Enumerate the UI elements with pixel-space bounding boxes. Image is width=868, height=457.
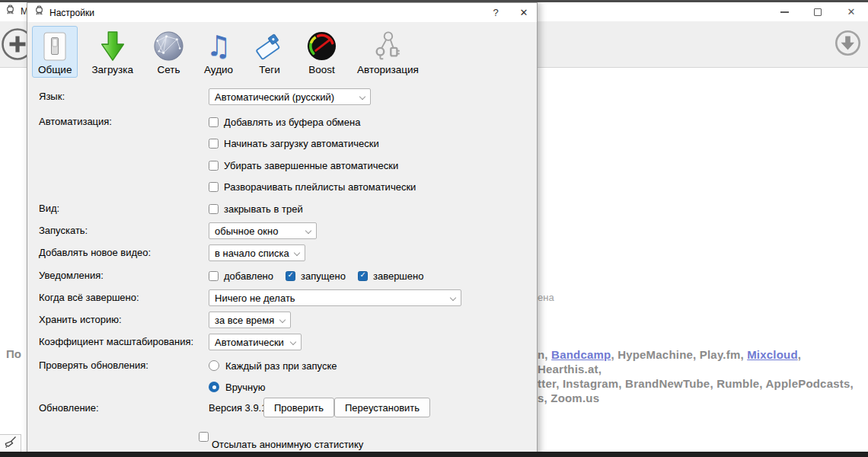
select-value: в начало списка [215,248,289,259]
chevron-down-icon [359,93,365,99]
checkbox-box [209,271,219,281]
radio-manual[interactable]: Вручную [209,378,265,396]
checkbox-remove-completed-auto[interactable]: Убирать завершенные автоматически [209,156,398,174]
history-label: Хранить историю: [39,311,122,329]
tab-network[interactable]: Сеть [147,26,190,78]
checkbox-label: Добавлять из буфера обмена [224,117,360,128]
maximize-icon [814,8,822,16]
checkbox-box [209,139,219,149]
add-new-video-select[interactable]: в начало списка [209,244,305,261]
checkbox-label: добавлено [224,270,273,282]
radio-label: Вручную [225,382,265,393]
form-row-language: Язык: Автоматический (русский) [39,88,528,106]
checkbox-label: завершено [373,270,423,282]
sites-line-2: tter, Instagram, BrandNewTube, Rumble, A… [538,376,865,391]
select-value: обычное окно [215,225,278,237]
speedometer-icon [306,29,337,63]
chevron-down-icon [279,316,286,322]
dialog-close-button[interactable]: ✕ [512,3,535,22]
checkbox-label: Начинать загрузку автоматически [224,138,379,149]
window-top-edge [0,0,868,2]
background-text-fragment: ена [538,292,554,303]
settings-dialog: Настройки ? ✕ Общие [27,2,538,457]
sites-text: s, Zoom.us [538,391,599,404]
sites-text: , HypeMachine, Play.fm, [611,348,747,361]
chevron-down-icon [294,249,300,255]
supported-sites-prefix: По [6,347,21,360]
form-row-automation-3: Убирать завершенные автоматически [39,156,528,174]
check-updates-button[interactable]: Проверить [263,398,334,417]
scaling-select[interactable]: Автоматически [209,334,302,350]
screen: М ✕ ена По [0,0,868,457]
checkbox-box [209,161,219,171]
notifications-label: Уведомления: [39,267,104,285]
tab-tags[interactable]: Теги [247,26,292,78]
checkbox-notify-started[interactable]: запущено [286,267,346,285]
tab-audio[interactable]: ♫ Аудио [198,26,239,78]
dialog-titlebar[interactable]: Настройки ? ✕ [27,3,537,22]
mixcloud-link[interactable]: Mixcloud [747,348,798,361]
supported-sites-text: n, Bandcamp, HypeMachine, Play.fm, Mixcl… [538,347,865,405]
checkbox-start-download-auto[interactable]: Начинать загрузку автоматически [209,134,379,152]
tab-authorization[interactable]: Авторизация [351,26,425,78]
select-value: за все время [215,315,274,326]
add-new-video-label: Добавлять новое видео: [39,244,151,262]
scaling-label: Коэффициент масштабирования: [39,333,193,351]
tab-label: Boost [308,64,335,75]
close-button[interactable]: ✕ [834,6,868,18]
form-row-automation-2: Начинать загрузку автоматически [39,134,528,152]
checkbox-label: запущено [301,270,346,282]
radio-check-every-launch[interactable]: Каждый раз при запуске [209,356,337,375]
dialog-title: Настройки [49,8,94,18]
notifications-group: добавлено запущено завершено [209,267,436,285]
clear-list-button[interactable] [4,436,17,452]
download-arrow-icon [98,29,127,63]
checkbox-notify-added[interactable]: добавлено [209,267,273,285]
checkbox-add-from-clipboard[interactable]: Добавлять из буфера обмена [209,113,360,131]
automation-label: Автоматизация: [39,113,112,131]
minimize-icon [780,11,789,13]
minimize-button[interactable] [767,6,801,18]
checkbox-expand-playlists-auto[interactable]: Разворачивать плейлисты автоматически [209,177,416,196]
maximize-button[interactable] [801,6,834,18]
form-row-view: Вид: закрывать в трей [39,200,528,218]
download-circle-icon [834,30,861,56]
checkbox-box [286,271,295,281]
checkbox-box [358,271,368,281]
update-label: Обновление: [39,398,99,419]
keys-icon [370,29,405,63]
form-row-notifications: Уведомления: добавлено запущено завершен… [39,267,528,285]
tab-download[interactable]: Загрузка [85,26,139,78]
tab-label: Авторизация [357,64,419,75]
language-label: Язык: [39,88,65,106]
history-select[interactable]: за все время [209,312,291,328]
tab-label: Аудио [204,64,233,75]
reinstall-button[interactable]: Переустановить [334,398,430,417]
app-icon [34,5,45,20]
tab-general[interactable]: Общие [32,26,78,78]
download-all-button[interactable] [834,30,861,59]
switch-icon [40,29,69,63]
taskbar[interactable] [0,452,868,457]
form-row-history: Хранить историю: за все время [39,311,528,329]
checkbox-label: закрывать в трей [224,203,303,215]
launch-label: Запускать: [39,222,88,240]
sites-text: n, [538,348,551,361]
help-button[interactable]: ? [485,3,506,22]
window-controls: ✕ [767,2,868,21]
sites-text: tter, Instagram, BrandNewTube, Rumble, A… [538,377,854,390]
tab-boost[interactable]: Boost [300,26,343,78]
when-done-label: Когда всё завершено: [39,289,139,307]
select-value: Ничего не делать [215,292,295,304]
bandcamp-link[interactable]: Bandcamp [551,348,611,361]
settings-tabs: Общие Загрузка [32,26,425,78]
checkbox-notify-finished[interactable]: завершено [358,267,423,285]
checkbox-box [199,432,209,442]
chevron-down-icon [305,227,311,233]
checkbox-send-anonymous-stats[interactable] [199,432,209,442]
checkbox-close-to-tray[interactable]: закрывать в трей [209,200,303,218]
updates-label: Проверять обновления: [39,356,148,375]
launch-mode-select[interactable]: обычное окно [209,222,317,239]
when-done-select[interactable]: Ничего не делать [209,289,461,306]
language-select[interactable]: Автоматический (русский) [209,88,371,105]
